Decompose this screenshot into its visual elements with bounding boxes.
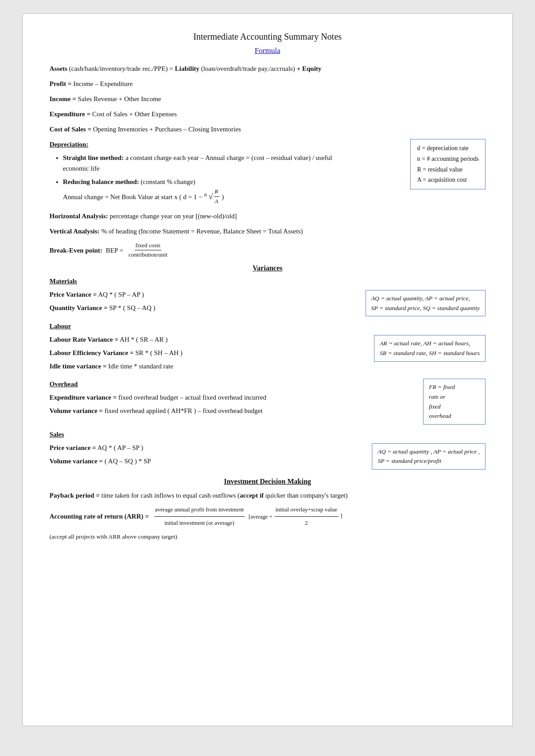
payback-text: time taken for cash inflows to equal cas…: [100, 492, 240, 499]
bep-label: Break-Even point:: [49, 245, 102, 256]
arr-bracket-close: ]: [341, 510, 342, 523]
dep-box-line2: n = # accounting periods: [417, 155, 479, 162]
mat-box-line2: SP = standard price, SQ = standard quant…: [371, 305, 480, 311]
cost-of-sales-line: Cost of Sales = Opening Inventories + Pu…: [49, 124, 486, 135]
labour-efficiency-line: Labour Efficiency Variance = SR * ( SH –…: [49, 347, 365, 358]
qty-var-bold: Quantity Variance =: [49, 304, 107, 311]
sales-box-line1: AQ = actual quantity , AP = actual price…: [378, 448, 480, 455]
arr-avg-fraction: initial overlay+scrap value 2: [275, 503, 338, 529]
cost-of-sales-section: Cost of Sales = Opening Inventories + Pu…: [49, 124, 486, 135]
idle-time-line: Idle time variance = Idle time * standar…: [49, 361, 365, 372]
price-var-bold: Price Variance =: [49, 291, 97, 298]
main-page: Intermediate Accounting Summary Notes Fo…: [22, 13, 513, 726]
sales-heading: Sales: [49, 429, 64, 440]
vol-var-text: fixed overhead applied ( AH*FR ) – fixed…: [103, 407, 263, 414]
expenditure-line: Expenditure = Cost of Sales + Other Expe…: [49, 109, 486, 119]
sales-price-line: Price variance = AQ * ( AP – SP ): [49, 442, 363, 453]
materials-section: Materials Price Variance = AQ * ( SP – A…: [49, 276, 486, 316]
bep-numerator: fixed costs: [135, 241, 161, 251]
r-over-a: R A: [214, 187, 219, 206]
variances-title: Variances: [49, 264, 486, 272]
horizontal-label: Horizontal Analysis:: [49, 212, 108, 220]
sales-price-bold: Price variance =: [49, 444, 96, 451]
horizontal-line: Horizontal Analysis: percentage change y…: [49, 211, 486, 221]
labour-content: Labour Rate Variance = AH * ( SR – AR ) …: [49, 334, 365, 374]
sales-vol-bold: Volume variance =: [49, 458, 103, 465]
sales-box: AQ = actual quantity , AP = actual price…: [372, 443, 486, 470]
sales-vol-text: ( AQ – SQ ) * SP: [103, 458, 151, 465]
annual-change-formula: Annual change = Net Book Value at start …: [63, 193, 224, 200]
vertical-label: Vertical Analysis:: [49, 228, 99, 235]
depreciation-list: Straight line method: a constant charge …: [63, 152, 353, 206]
formula-link[interactable]: Formula: [255, 46, 280, 55]
lab-box-line2: SR = standard rate, SH = standard hours: [380, 350, 480, 356]
horizontal-value: percentage change year on year [(new-old…: [108, 212, 237, 220]
overhead-section: Overhead FR = fixed rate or fixed overhe…: [49, 379, 486, 424]
dep-box-line4: A = acquisition cost: [417, 176, 467, 183]
bep-denominator: contribution/unit: [128, 250, 168, 260]
overhead-box: FR = fixed rate or fixed overhead: [423, 379, 486, 424]
dep-box-line3: R = residual value: [417, 166, 462, 173]
expenditure-label: Expenditure =: [49, 110, 91, 118]
exp-var-bold: Expenditure variance =: [49, 394, 117, 401]
payback-text2: quicker than company's target): [264, 492, 348, 499]
labour-heading: Labour: [49, 321, 71, 331]
idle-bold: Idle time variance =: [49, 363, 107, 370]
arr-bracket-open: [average =: [247, 509, 272, 524]
price-var-text: AQ * ( SP – AP ): [97, 291, 144, 298]
cos-value: Opening Inventories + Purchases – Closin…: [91, 126, 241, 133]
labour-row: Labour Rate Variance = AH * ( SR – AR ) …: [49, 334, 486, 374]
mat-box-line1: AQ = actual quantity, AP = actual price,: [371, 295, 470, 302]
labour-rate-bold: Labour Rate Variance =: [49, 336, 119, 343]
equity-bold: + Equity: [296, 65, 321, 72]
page-title: Intermediate Accounting Summary Notes: [49, 32, 486, 42]
sl-bold: Straight line method:: [63, 154, 124, 161]
profit-label: Profit =: [49, 80, 72, 87]
expenditure-value: Cost of Sales + Other Expenses: [91, 110, 177, 118]
dep-box-line1: d = depreciation rate: [417, 145, 469, 151]
arr-accept-text: (accept all projects with ARR above comp…: [49, 532, 486, 542]
vol-var-bold: Volume variance =: [49, 407, 103, 414]
arr-denominator: initial investment (or average): [164, 517, 235, 530]
overhead-heading: Overhead: [49, 379, 78, 389]
labour-eff-text: SR * ( SH – AH ): [134, 349, 183, 356]
investment-section: Payback period = time taken for cash inf…: [49, 490, 486, 542]
payback-bold: Payback period =: [49, 492, 100, 499]
sales-row: Price variance = AQ * ( AP – SP ) Volume…: [49, 442, 486, 470]
cos-label: Cost of Sales =: [49, 126, 91, 133]
payback-accept-bold: accept if: [240, 492, 264, 499]
exp-var-text: fixed overhead budget – actual fixed ove…: [117, 394, 267, 401]
assets-text1: (cash/bank/inventory/trade rec./PPE) =: [67, 65, 175, 72]
oh-box-line3: fixed: [429, 403, 440, 410]
assets-section: Assets (cash/bank/inventory/trade rec./P…: [49, 63, 486, 74]
idle-text: Idle time * standard rate: [107, 363, 173, 370]
sales-content: Price variance = AQ * ( AP – SP ) Volume…: [49, 442, 363, 469]
payback-line: Payback period = time taken for cash inf…: [49, 490, 486, 501]
labour-rate-text: AH * ( SR – AR ): [119, 336, 168, 343]
arr-fraction: average annual profit from investment in…: [154, 503, 245, 529]
oh-box-line4: overhead: [429, 413, 451, 419]
depreciation-section: Depreciation: Straight line method: a co…: [49, 139, 486, 206]
bep-line: Break-Even point: BEP = fixed costs cont…: [49, 241, 486, 260]
materials-row: Price Variance = AQ * ( SP – AP ) Quanti…: [49, 289, 486, 316]
income-label: Income =: [49, 95, 76, 102]
sales-box-line2: SP = standard price/profit: [378, 458, 441, 464]
annual-change-text: Annual change = Net Book Value at start …: [63, 193, 204, 200]
arr-line: Accounting rate of return (ARR) = averag…: [49, 503, 486, 529]
price-variance-line: Price Variance = AQ * ( SP – AP ): [49, 289, 357, 300]
closing-paren: ): [222, 193, 224, 200]
sales-volume-line: Volume variance = ( AQ – SQ ) * SP: [49, 456, 363, 466]
labour-box: AR = actual rate, AH = actual hours, SR …: [374, 335, 486, 361]
expenditure-variance-line: Expenditure variance = fixed overhead bu…: [49, 392, 486, 403]
expenditure-section: Expenditure = Cost of Sales + Other Expe…: [49, 109, 486, 119]
materials-box: AQ = actual quantity, AP = actual price,…: [366, 290, 486, 316]
sales-price-text: AQ * ( AP – SP ): [96, 444, 143, 451]
labour-section: Labour Labour Rate Variance = AH * ( SR …: [49, 321, 486, 374]
assets-line: Assets (cash/bank/inventory/trade rec./P…: [49, 63, 486, 74]
arr-bold: Accounting rate of return (ARR) =: [49, 509, 149, 524]
bep-fraction: fixed costs contribution/unit: [128, 241, 168, 260]
depreciation-formula-box: d = depreciation rate n = # accounting p…: [410, 139, 486, 189]
depreciation-heading: Depreciation:: [49, 139, 88, 150]
qty-var-text: SP * ( SQ – AQ ): [107, 304, 155, 311]
vertical-section: Vertical Analysis: % of heading (Income …: [49, 226, 486, 237]
